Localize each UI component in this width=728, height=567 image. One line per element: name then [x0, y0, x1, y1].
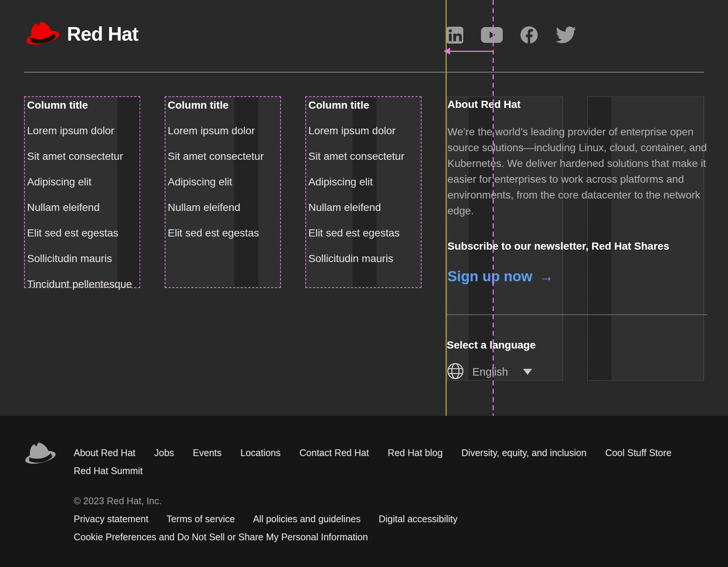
copyright-text: © 2023 Red Hat, Inc.: [74, 496, 162, 506]
legal-link[interactable]: Digital accessibility: [379, 514, 458, 524]
link-column-3: Column titleLorem ipsum dolorSit amet co…: [305, 96, 422, 288]
footer-bar: [0, 416, 728, 567]
language-selector[interactable]: English: [447, 362, 536, 381]
footer-nav-link[interactable]: Diversity, equity, and inclusion: [461, 447, 587, 458]
about-title: About Red Hat: [447, 99, 708, 110]
column-title: Column title: [27, 100, 138, 111]
footer-nav-link[interactable]: Contact Red Hat: [299, 447, 369, 458]
footer-nav-link[interactable]: Locations: [240, 447, 281, 458]
link-column-1: Column titleLorem ipsum dolorSit amet co…: [24, 96, 140, 288]
legal-links-row: Privacy statementTerms of serviceAll pol…: [74, 514, 458, 524]
column-link[interactable]: Sit amet consectetur: [27, 151, 138, 162]
youtube-icon[interactable]: [481, 27, 503, 43]
footer-nav-link[interactable]: About Red Hat: [74, 447, 135, 458]
legal-link[interactable]: All policies and guidelines: [253, 514, 361, 524]
redhat-logo[interactable]: Red Hat: [23, 19, 138, 49]
subscribe-heading: Subscribe to our newsletter, Red Hat Sha…: [447, 241, 708, 252]
column-link[interactable]: Elit sed est egestas: [168, 228, 279, 238]
link-column-2: Column titleLorem ipsum dolorSit amet co…: [165, 96, 281, 288]
linkedin-icon[interactable]: [446, 27, 463, 44]
column-title: Column title: [308, 100, 419, 111]
footer-nav-link[interactable]: Cool Stuff Store: [605, 447, 672, 458]
redhat-footer-spec-page: Red Hat: [0, 0, 728, 567]
footer-nav-link[interactable]: Red Hat Summit: [74, 465, 143, 476]
guide-yellow-line: [446, 0, 447, 416]
footer-nav-link[interactable]: Jobs: [154, 447, 174, 458]
footer-nav-link[interactable]: Events: [193, 447, 221, 458]
column-link[interactable]: Elit sed est egestas: [308, 228, 419, 238]
footer-nav-row-1: About Red HatJobsEventsLocationsContact …: [74, 447, 672, 458]
newsletter-divider: [446, 314, 707, 315]
twitter-icon[interactable]: [555, 26, 576, 44]
column-link[interactable]: Lorem ipsum dolor: [168, 126, 279, 136]
column-link[interactable]: Lorem ipsum dolor: [27, 126, 138, 136]
redhat-logo-text: Red Hat: [67, 23, 138, 45]
column-link[interactable]: Sit amet consectetur: [308, 151, 419, 162]
signup-link[interactable]: Sign up now→: [447, 268, 554, 285]
about-body: We’re the world’s leading provider of en…: [447, 124, 708, 219]
legal-link[interactable]: Privacy statement: [74, 514, 149, 524]
column-link[interactable]: Elit sed est egestas: [27, 228, 138, 238]
column-link[interactable]: Nullam eleifend: [27, 202, 138, 213]
spacing-arrow-head: [444, 48, 450, 55]
globe-icon: [447, 362, 464, 381]
column-link[interactable]: Nullam eleifend: [168, 202, 279, 213]
footer-nav-link[interactable]: Red Hat blog: [388, 447, 443, 458]
column-link[interactable]: Sollicitudin mauris: [308, 253, 419, 264]
facebook-icon[interactable]: [520, 26, 538, 44]
column-title: Column title: [168, 100, 279, 111]
arrow-right-icon: →: [539, 268, 554, 285]
spacing-arrow-line: [450, 51, 493, 52]
column-link[interactable]: Nullam eleifend: [308, 202, 419, 213]
column-link[interactable]: Sollicitudin mauris: [27, 253, 138, 264]
social-icons: [446, 26, 576, 44]
column-link[interactable]: Adipiscing elit: [168, 177, 279, 187]
language-selected: English: [472, 366, 508, 378]
column-link[interactable]: Tincidunt pellentesque: [27, 279, 138, 290]
redhat-fedora-icon: [23, 19, 61, 49]
language-block: Select a language English: [447, 340, 536, 381]
column-link[interactable]: Lorem ipsum dolor: [308, 126, 419, 136]
cookie-preferences-link[interactable]: Cookie Preferences and Do Not Sell or Sh…: [74, 532, 368, 542]
chevron-down-icon: [523, 369, 532, 375]
header-divider: [24, 72, 704, 73]
fedora-gray-icon: [23, 438, 57, 469]
column-link[interactable]: Sit amet consectetur: [168, 151, 279, 162]
column-link[interactable]: Adipiscing elit: [308, 177, 419, 187]
column-link[interactable]: Adipiscing elit: [27, 177, 138, 187]
language-heading: Select a language: [447, 340, 536, 350]
guide-magenta-dashed-line: [493, 0, 494, 416]
about-block: About Red Hat We’re the world’s leading …: [447, 99, 708, 285]
footer-nav-row-2: Red Hat Summit: [74, 465, 143, 476]
legal-link[interactable]: Terms of service: [167, 514, 235, 524]
